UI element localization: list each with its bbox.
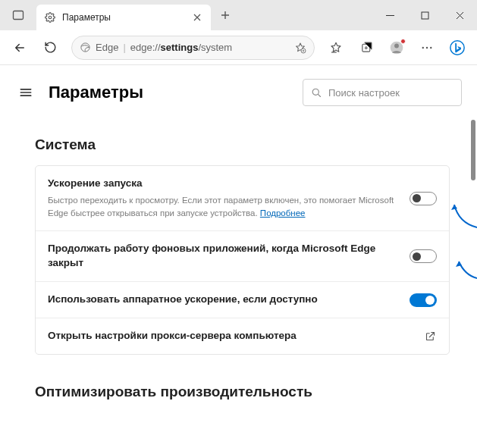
- svg-point-10: [450, 40, 464, 54]
- nav-back[interactable]: [6, 34, 33, 61]
- external-link-icon: [423, 330, 437, 343]
- svg-point-9: [430, 46, 431, 48]
- page-title: Параметры: [49, 83, 290, 102]
- window-minimize[interactable]: [372, 0, 407, 30]
- maximize-icon: [421, 11, 429, 20]
- learn-more-link[interactable]: Подробнее: [260, 208, 306, 218]
- new-tab-button[interactable]: [214, 4, 237, 27]
- ellipsis-icon: [420, 41, 434, 55]
- section-title-system: Система: [35, 136, 450, 153]
- tab-grid-icon: [12, 9, 24, 21]
- row-title: Использовать аппаратное ускорение, если …: [48, 293, 399, 307]
- svg-rect-0: [14, 11, 24, 20]
- toggle-startup-boost[interactable]: [410, 192, 437, 205]
- svg-point-8: [426, 46, 428, 48]
- row-startup-boost: Ускорение запуска Быстро переходить к пр…: [36, 166, 449, 231]
- row-open-proxy[interactable]: Открыть настройки прокси-сервера компьют…: [36, 318, 449, 354]
- section-title-optimize: Оптимизировать производительность: [35, 384, 450, 400]
- svg-rect-1: [422, 12, 428, 19]
- edge-icon: [80, 42, 91, 53]
- bing-button[interactable]: [444, 34, 471, 61]
- profile-button[interactable]: [383, 34, 410, 61]
- notification-dot-icon: [400, 39, 406, 44]
- row-title: Ускорение запуска: [48, 177, 399, 191]
- nav-refresh[interactable]: [36, 34, 64, 61]
- tab-settings[interactable]: Параметры: [36, 5, 211, 30]
- favorites-button[interactable]: [322, 34, 350, 61]
- address-text: Edge|edge://settings/system: [96, 42, 294, 53]
- close-icon: [193, 14, 201, 21]
- more-button[interactable]: [413, 34, 441, 61]
- hamburger-icon: [18, 85, 33, 100]
- reload-icon: [44, 41, 57, 54]
- window-close[interactable]: [442, 0, 477, 30]
- svg-point-7: [422, 46, 424, 48]
- svg-point-6: [394, 43, 399, 48]
- star-plus-icon: [294, 42, 306, 54]
- tab-close-button[interactable]: [191, 11, 203, 23]
- collections-button[interactable]: [353, 34, 380, 61]
- arrow-left-icon: [13, 41, 27, 55]
- scroll-thumb[interactable]: [471, 120, 475, 180]
- tab-actions-button[interactable]: [5, 2, 32, 29]
- minimize-icon: [386, 11, 394, 20]
- bing-icon: [449, 39, 466, 56]
- plus-icon: [221, 11, 230, 20]
- gear-icon: [44, 11, 56, 23]
- row-title: Открыть настройки прокси-сервера компьют…: [48, 329, 413, 343]
- tab-title: Параметры: [62, 12, 191, 23]
- toggle-background-apps[interactable]: [410, 249, 437, 263]
- settings-search-input[interactable]: Поиск настроек: [303, 79, 462, 106]
- star-icon: [329, 41, 343, 55]
- close-icon: [456, 11, 464, 20]
- system-card: Ускорение запуска Быстро переходить к пр…: [35, 165, 450, 355]
- favorite-add-button[interactable]: [294, 42, 306, 54]
- row-description: Быстро переходить к просмотру. Если этот…: [48, 194, 399, 221]
- row-hardware-accel: Использовать аппаратное ускорение, если …: [36, 282, 449, 318]
- address-bar[interactable]: Edge|edge://settings/system: [71, 36, 315, 60]
- search-icon: [311, 87, 322, 99]
- toggle-hardware-accel[interactable]: [410, 293, 437, 307]
- scrollbar[interactable]: [471, 67, 475, 446]
- collections-icon: [360, 41, 373, 54]
- window-maximize[interactable]: [407, 0, 442, 30]
- search-placeholder: Поиск настроек: [328, 87, 400, 99]
- row-title: Продолжать работу фоновых приложений, ко…: [48, 242, 399, 271]
- row-background-apps: Продолжать работу фоновых приложений, ко…: [36, 231, 449, 282]
- menu-toggle-button[interactable]: [15, 82, 36, 103]
